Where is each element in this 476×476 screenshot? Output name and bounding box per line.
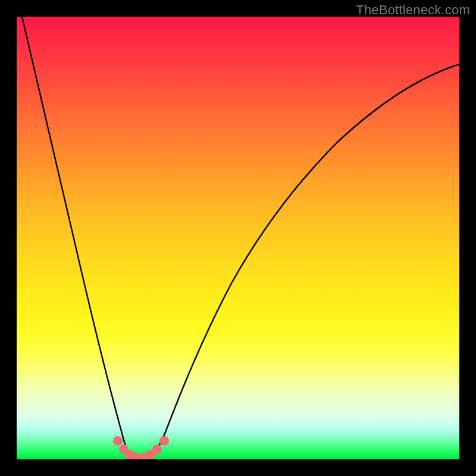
- svg-point-7: [159, 436, 169, 446]
- svg-point-6: [152, 444, 162, 454]
- curve-layer: [17, 17, 459, 459]
- bottleneck-floor-dots: [113, 436, 169, 459]
- bottleneck-curve: [22, 17, 459, 459]
- chart-frame: TheBottleneck.com: [0, 0, 476, 476]
- plot-area: [17, 17, 459, 459]
- watermark-text: TheBottleneck.com: [356, 2, 470, 18]
- svg-point-0: [113, 436, 123, 446]
